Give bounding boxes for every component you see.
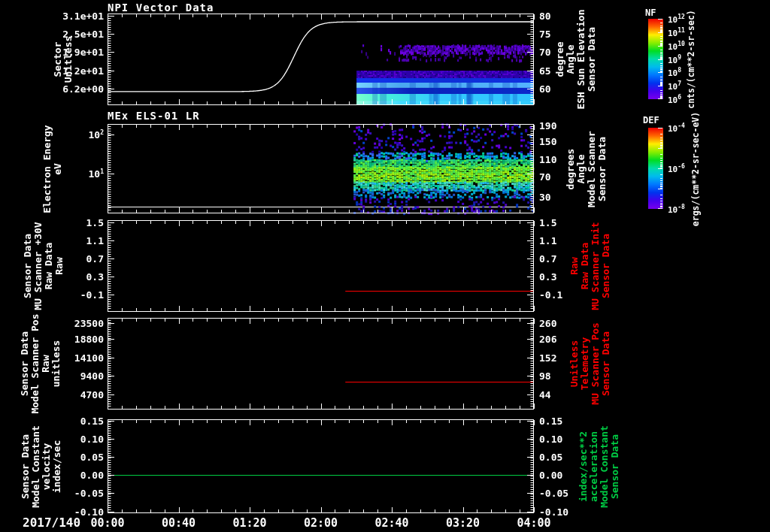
- colorbar-units-nf: cnts/(cm**2-sr-sec): [686, 10, 696, 109]
- axis-label-line: Sensor Data: [601, 222, 611, 310]
- colorbar-tick-label-exp: 9: [678, 54, 681, 61]
- axis-label-line: MU Scanner Pos: [590, 322, 601, 405]
- colorbar-tick-label-base: 10: [668, 95, 678, 105]
- axis-label-right-npi-vector: degreeAngleESH Sun ElevationSensor Data: [555, 9, 597, 109]
- colorbar-tick-label-exp: 10: [678, 41, 685, 47]
- colorbar-tick-label: 1010: [668, 41, 685, 52]
- y-tick-label-exp: 1: [100, 168, 104, 175]
- x-tick-label: 01:20: [232, 516, 266, 530]
- axis-label-line: Model Scanner Pos: [30, 313, 41, 413]
- colorbar-tick-label-exp: 7: [678, 80, 681, 87]
- panel-title-npi-vector: NPI Vector Data: [108, 2, 214, 14]
- colorbar-tick-label-exp: -8: [678, 204, 685, 210]
- y-tick-label: 101: [29, 168, 104, 180]
- x-tick-label: 00:00: [90, 516, 124, 530]
- axis-label-line: Unitless: [63, 36, 74, 83]
- colorbar-tick-label-base: 10: [668, 165, 678, 174]
- axis-label-line: Sensor Data: [597, 131, 608, 207]
- colorbar-tick-label: 1012: [668, 14, 685, 25]
- axis-label-line: Sensor Data: [20, 313, 30, 413]
- axis-label-line: Raw: [41, 313, 51, 413]
- axis-label-line: acceleration: [589, 425, 599, 508]
- axis-label-line: MU Scanner +30V: [33, 222, 44, 310]
- colorbar-tick-label-base: 10: [668, 28, 678, 38]
- colorbar-tick-label: 10-8: [668, 204, 685, 215]
- colorbar-title-def: DEF: [643, 115, 659, 125]
- colorbar-tick-label-exp: 11: [678, 27, 685, 34]
- colorbar-tick-label-exp: 12: [678, 14, 685, 20]
- axis-label-line: Raw: [54, 222, 65, 310]
- axis-label-line: eV: [53, 125, 63, 213]
- axis-label-left-model-scanner-pos: Sensor DataModel Scanner PosRawunitless: [20, 313, 62, 413]
- colorbar-title-nf: NF: [645, 8, 656, 18]
- axis-label-line: index/sec: [52, 425, 62, 508]
- axis-label-line: Model Scanner: [587, 131, 597, 207]
- axis-label-right-mex-els: degreesAngleModel ScannerSensor Data: [565, 131, 608, 207]
- axis-label-line: unitless: [51, 313, 62, 413]
- x-tick-label: 02:40: [374, 516, 408, 530]
- y-tick-label: 0.05: [539, 452, 577, 463]
- colorbar-tick-label-exp: -4: [678, 122, 685, 129]
- axis-label-line: Sensor Data: [20, 425, 31, 508]
- colorbar-tick-label-exp: 6: [678, 94, 681, 101]
- colorbar-tick-label-exp: -6: [678, 163, 685, 170]
- colorbar-tick-label-base: 10: [668, 124, 678, 134]
- x-axis-date-label: 2017/140: [23, 515, 80, 530]
- x-tick-label: 02:00: [304, 516, 338, 530]
- axis-label-line: degree: [555, 9, 565, 109]
- colorbar-tick-label-base: 10: [668, 68, 678, 78]
- colorbar-tick-label-exp: 8: [678, 67, 681, 74]
- colorbar-tick-label: 10-4: [668, 122, 685, 134]
- science-plot-page: NF101210111010109108107106cnts/(cm**2-sr…: [0, 0, 770, 532]
- y-tick-label-base: 10: [89, 129, 101, 141]
- axis-label-right-model-constant: index/sec**2accelerationModel ConstantSe…: [578, 425, 620, 508]
- colorbar-tick-label-base: 10: [668, 55, 678, 65]
- colorbar-tick-label-base: 10: [668, 205, 678, 215]
- axis-label-line: index/sec**2: [578, 425, 589, 508]
- colorbar-tick-label-base: 10: [668, 82, 678, 92]
- colorbar-tick-label: 106: [668, 94, 681, 105]
- axis-label-line: Telemetry: [580, 322, 590, 405]
- axis-label-line: Sensor Data: [23, 222, 33, 310]
- colorbar-tick-label: 108: [668, 67, 681, 78]
- colorbar-tick-label-base: 10: [668, 41, 678, 51]
- axis-label-line: degrees: [565, 131, 576, 207]
- y-tick-label: 0.10: [539, 434, 577, 445]
- colorbar-tick-label: 10-6: [668, 163, 685, 174]
- axis-label-right-model-scanner-pos: UnitlessTelemetryMU Scanner PosSensor Da…: [569, 322, 611, 405]
- colorbar-tick-label: 1011: [668, 27, 685, 38]
- axis-label-left-mex-els: Electron EnergyeV: [42, 125, 63, 213]
- axis-label-line: Sensor Data: [610, 425, 620, 508]
- axis-label-line: Raw Data: [580, 222, 590, 310]
- panel-title-mex-els: MEx ELS-01 LR: [108, 110, 200, 122]
- axis-label-line: Sector: [53, 36, 63, 83]
- y-tick-label-base: 10: [89, 168, 101, 180]
- colorbar-tick-label: 107: [668, 80, 681, 92]
- axis-label-line: Angle: [576, 131, 587, 207]
- y-tick-label: 190: [539, 120, 577, 131]
- axis-label-left-npi-vector: SectorUnitless: [53, 36, 74, 83]
- axis-label-left-mu-scanner-30v: Sensor DataMU Scanner +30VRaw DataRaw: [23, 222, 65, 310]
- y-tick-label: -0.05: [539, 488, 577, 499]
- y-tick-label-exp: 2: [100, 129, 104, 136]
- axis-label-line: velocity: [41, 425, 52, 508]
- axis-label-line: Raw Data: [44, 222, 54, 310]
- y-tick-label: 0.15: [539, 416, 577, 427]
- y-tick-label: 102: [29, 129, 104, 141]
- x-tick-label: 03:20: [446, 516, 480, 530]
- axis-label-line: Raw: [569, 222, 580, 310]
- axis-label-line: Unitless: [569, 322, 580, 405]
- x-tick-label: 00:40: [162, 516, 196, 530]
- colorbar-tick-label: 109: [668, 54, 681, 65]
- axis-label-line: Model Constant: [599, 425, 610, 508]
- labels-layer: NF101210111010109108107106cnts/(cm**2-sr…: [0, 0, 770, 532]
- axis-label-line: Sensor Data: [601, 322, 611, 405]
- axis-label-left-model-constant: Sensor DataModel Constantvelocityindex/s…: [20, 425, 62, 508]
- y-tick-label: 6.2e+00: [29, 83, 104, 95]
- y-tick-label: 3.1e+01: [29, 11, 104, 22]
- axis-label-line: Model Constant: [31, 425, 41, 508]
- axis-label-line: ESH Sun Elevation: [576, 9, 587, 109]
- axis-label-line: Angle: [565, 9, 576, 109]
- y-tick-label: 0.00: [539, 470, 577, 481]
- axis-label-line: MU Scanner Init: [590, 222, 601, 310]
